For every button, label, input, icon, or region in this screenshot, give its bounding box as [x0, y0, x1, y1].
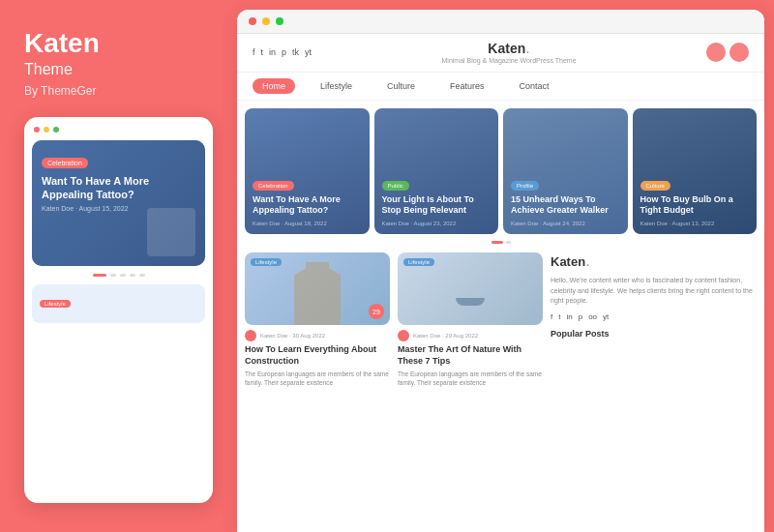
site-logo: Katen. Minimal Blog & Magazine WordPress…: [442, 40, 577, 64]
mobile-card-meta: Katen Doe · August 15, 2022: [42, 205, 195, 212]
pinterest-icon[interactable]: p: [282, 47, 286, 57]
mobile-featured-card: Celebration Want To Have A More Appealin…: [32, 140, 205, 266]
sidebar-description: Hello, We're content writer who is fasci…: [551, 276, 757, 307]
featured-grid: Celebration Want To Have A More Appealin…: [237, 101, 764, 238]
mobile-chrome-dots: [32, 127, 205, 133]
featured-slider-dots: [237, 238, 764, 247]
mobile-small-card: Lifestyle: [32, 284, 205, 323]
nav-lifestyle[interactable]: Lifestyle: [311, 78, 362, 94]
article-badge-0: Lifestyle: [251, 258, 282, 266]
sidebar-social-icons: f t in p oo yt: [551, 312, 757, 321]
mobile-card-badge: Celebration: [42, 158, 88, 168]
featured-card-inner-1: Public Your Light Is About To Stop Being…: [374, 108, 499, 234]
article-image-1: Lifestyle: [398, 252, 543, 325]
article-badge-1: Lifestyle: [403, 258, 434, 266]
sidebar-instagram-icon[interactable]: in: [566, 312, 572, 321]
site-sidebar: Katen. Hello, We're content writer who i…: [551, 252, 757, 526]
building-illustration: [288, 262, 346, 325]
twitter-icon[interactable]: t: [261, 47, 264, 57]
mobile-slider-dots: [32, 274, 205, 277]
nav-culture[interactable]: Culture: [377, 78, 425, 94]
sidebar-extra-icon[interactable]: oo: [588, 312, 597, 321]
search-button[interactable]: [706, 43, 726, 62]
featured-badge-3: Culture: [640, 181, 670, 191]
article-avatar-1: [398, 330, 409, 341]
slider-dot-2: [120, 274, 126, 277]
featured-card-inner-3: Culture How To Buy Bulb On a Tight Budge…: [633, 108, 758, 234]
browser-dot-green: [276, 17, 283, 25]
slider-dot-active: [93, 274, 106, 277]
right-panel: f t in p tk yt Katen. Minimal Blog & Mag…: [237, 10, 764, 532]
featured-card-inner-2: Profile 15 Unheard Ways To Achieve Great…: [503, 108, 628, 234]
featured-card-meta-0: Katen Doe · August 18, 2022: [253, 221, 362, 226]
slider-dot-1: [506, 241, 511, 244]
browser-chrome: [237, 10, 764, 34]
browser-dot-red: [249, 17, 256, 25]
article-title-1[interactable]: Master The Art Of Nature With These 7 Ti…: [398, 344, 543, 367]
tiktok-icon[interactable]: tk: [292, 47, 299, 57]
bottom-section: Lifestyle 29 Katen Doe · 30 Aug 2022 How…: [237, 247, 764, 532]
slider-dot-active: [491, 241, 503, 244]
brand-theme: Theme: [24, 61, 213, 78]
featured-card-meta-2: Katen Doe · August 24, 2022: [511, 221, 620, 226]
site-header-top: f t in p tk yt Katen. Minimal Blog & Mag…: [253, 40, 749, 64]
article-meta-0: Katen Doe · 30 Aug 2022: [245, 330, 390, 341]
chrome-dot-green: [53, 127, 59, 133]
browser-dot-yellow: [262, 17, 270, 25]
featured-card-2[interactable]: Profile 15 Unheard Ways To Achieve Great…: [503, 108, 628, 234]
article-image-0: Lifestyle 29: [245, 252, 390, 325]
brand-section: Katen Theme By ThemeGer: [24, 29, 213, 98]
featured-card-title-1: Your Light Is About To Stop Being Releva…: [382, 194, 491, 217]
site-logo-text: Katen: [488, 41, 525, 56]
mobile-preview: Celebration Want To Have A More Appealin…: [24, 117, 213, 503]
menu-button[interactable]: [729, 43, 749, 62]
article-excerpt-1: The European languages are members of th…: [398, 369, 543, 387]
slider-dot-4: [139, 274, 145, 277]
mobile-card-image: [147, 208, 195, 256]
article-meta-text-0: Katen Doe · 30 Aug 2022: [260, 333, 325, 339]
site-header: f t in p tk yt Katen. Minimal Blog & Mag…: [237, 34, 764, 73]
browser-content: f t in p tk yt Katen. Minimal Blog & Mag…: [237, 34, 764, 532]
slider-dot-1: [110, 274, 116, 277]
article-excerpt-0: The European languages are members of th…: [245, 369, 390, 387]
chrome-dot-red: [34, 127, 40, 133]
nav-features[interactable]: Features: [440, 78, 494, 94]
featured-card-meta-3: Katen Doe · August 13, 2022: [640, 221, 750, 226]
featured-badge-2: Profile: [511, 181, 539, 191]
sidebar-facebook-icon[interactable]: f: [551, 312, 552, 321]
instagram-icon[interactable]: in: [269, 47, 276, 57]
article-card-0: Lifestyle 29 Katen Doe · 30 Aug 2022 How…: [245, 252, 390, 526]
popular-posts-heading: Popular Posts: [551, 329, 757, 339]
nav-home[interactable]: Home: [253, 78, 295, 94]
featured-badge-0: Celebration: [253, 181, 294, 191]
featured-card-0[interactable]: Celebration Want To Have A More Appealin…: [245, 108, 370, 234]
featured-card-title-3: How To Buy Bulb On a Tight Budget: [640, 194, 750, 217]
slider-dot-3: [130, 274, 135, 277]
article-avatar-0: [245, 330, 256, 341]
sidebar-pinterest-icon[interactable]: p: [579, 312, 582, 321]
youtube-icon[interactable]: yt: [305, 47, 312, 57]
featured-card-3[interactable]: Culture How To Buy Bulb On a Tight Budge…: [633, 108, 758, 234]
featured-badge-1: Public: [382, 181, 409, 191]
nav-contact[interactable]: Contact: [510, 78, 559, 94]
mobile-small-badge: Lifestyle: [40, 300, 71, 308]
boat-illustration: [456, 298, 485, 306]
sidebar-twitter-icon[interactable]: t: [558, 312, 560, 321]
brand-title: Katen: [24, 29, 213, 59]
featured-card-inner-0: Celebration Want To Have A More Appealin…: [245, 108, 370, 234]
featured-card-meta-1: Katen Doe · August 23, 2022: [382, 221, 491, 226]
sidebar-brand-name: Katen: [551, 254, 585, 269]
header-buttons: [706, 43, 749, 62]
article-title-0[interactable]: How To Learn Everything About Constructi…: [245, 344, 390, 367]
featured-card-1[interactable]: Public Your Light Is About To Stop Being…: [374, 108, 499, 234]
mobile-card-title: Want To Have A More Appealing Tattoo?: [42, 174, 195, 202]
featured-card-title-0: Want To Have A More Appealing Tattoo?: [253, 194, 362, 217]
site-nav: Home Lifestyle Culture Features Contact: [237, 73, 764, 101]
sidebar-youtube-icon[interactable]: yt: [603, 312, 609, 321]
article-card-1: Lifestyle Katen Doe · 29 Aug 2022 Master…: [398, 252, 543, 526]
comment-count-0: 29: [369, 304, 384, 319]
facebook-icon[interactable]: f: [253, 47, 255, 57]
site-name: Katen.: [442, 40, 577, 57]
sidebar-brand: Katen.: [551, 252, 757, 270]
article-meta-1: Katen Doe · 29 Aug 2022: [398, 330, 543, 341]
